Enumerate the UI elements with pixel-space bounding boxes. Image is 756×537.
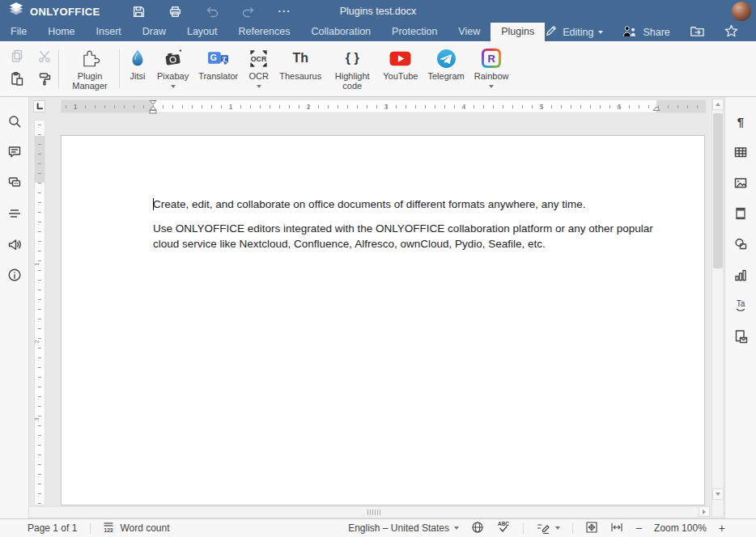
find-search-icon[interactable] xyxy=(6,114,23,129)
main-area: 1123456 123 Create, edit, and collaborat… xyxy=(0,97,756,518)
right-indent-marker[interactable] xyxy=(652,100,660,114)
chevron-down-icon xyxy=(257,85,261,88)
tab-layout[interactable]: Layout xyxy=(176,23,228,41)
spellcheck-icon[interactable]: ABC xyxy=(496,520,511,536)
horizontal-scrollbar-grip[interactable] xyxy=(367,510,381,515)
fit-page-icon[interactable] xyxy=(585,521,598,536)
scroll-up-button[interactable] xyxy=(712,99,724,110)
horizontal-scrollbar[interactable] xyxy=(29,506,710,517)
tab-insert[interactable]: Insert xyxy=(86,23,132,41)
ruler-number: 2 xyxy=(33,340,40,343)
tab-plugins[interactable]: Plugins xyxy=(491,23,545,41)
share-button[interactable]: Share xyxy=(622,24,669,40)
tab-view[interactable]: View xyxy=(448,23,491,41)
plugin-label: Telegram xyxy=(427,72,464,82)
clipboard-group xyxy=(6,41,55,96)
image-settings-icon[interactable] xyxy=(733,175,749,190)
app-logo: ONLYOFFICE xyxy=(8,2,100,21)
save-icon[interactable] xyxy=(131,3,147,19)
paragraph-settings-icon[interactable]: ¶ xyxy=(733,114,749,129)
statusbar-divider xyxy=(572,523,573,534)
horizontal-ruler[interactable]: 1123456 xyxy=(61,99,705,113)
language-selector[interactable]: English – United States xyxy=(348,522,459,534)
ruler-number: 3 xyxy=(33,417,40,421)
tab-collaboration[interactable]: Collaboration xyxy=(300,23,381,41)
plugin-manager-button[interactable]: Plugin Manager xyxy=(64,41,116,96)
track-changes-button[interactable] xyxy=(536,521,560,535)
chart-settings-icon[interactable] xyxy=(733,268,749,282)
tab-file[interactable]: File xyxy=(0,23,37,41)
print-icon[interactable] xyxy=(168,3,184,19)
format-painter-icon[interactable] xyxy=(37,71,52,89)
youtube-button[interactable]: YouTube xyxy=(378,41,423,96)
chat-icon[interactable] xyxy=(6,175,23,190)
plugin-manager-icon xyxy=(79,46,101,70)
feedback-icon[interactable] xyxy=(6,237,23,252)
document-page[interactable]: Create, edit, and collaborate on office … xyxy=(61,135,705,505)
highlight-code-button[interactable]: { } Highlight code xyxy=(326,41,378,96)
copy-icon[interactable] xyxy=(10,49,24,66)
comments-icon[interactable] xyxy=(6,145,23,159)
ruler-number: 1 xyxy=(33,262,40,265)
pixabay-icon xyxy=(162,46,185,70)
jitsi-button[interactable]: Jitsi xyxy=(123,41,152,96)
ocr-glyph: OCR xyxy=(251,54,267,62)
statusbar-divider xyxy=(90,523,91,534)
tab-references[interactable]: References xyxy=(227,23,300,41)
translator-button[interactable]: G Translator xyxy=(193,41,243,96)
page-indicator[interactable]: Page 1 of 1 xyxy=(28,522,77,534)
tab-draw[interactable]: Draw xyxy=(132,23,176,41)
vertical-scrollbar-thumb[interactable] xyxy=(713,113,723,268)
editing-mode-button[interactable]: Editing xyxy=(545,24,603,40)
pixabay-button[interactable]: Pixabay xyxy=(152,41,193,96)
tab-protection[interactable]: Protection xyxy=(381,23,448,41)
open-file-location-icon[interactable] xyxy=(690,24,705,40)
vertical-scrollbar[interactable] xyxy=(711,99,723,516)
telegram-icon xyxy=(436,46,457,70)
text-art-settings-icon[interactable]: Ta xyxy=(733,298,749,313)
plugin-label: Jitsi xyxy=(130,72,146,82)
vertical-ruler[interactable]: 123 xyxy=(34,120,45,505)
favorites-star-icon[interactable] xyxy=(724,24,738,40)
ruler-number: 2 xyxy=(306,103,310,111)
redo-icon[interactable] xyxy=(240,3,257,19)
plugin-label: Highlight code xyxy=(331,72,373,91)
paragraph[interactable]: Create, edit, and collaborate on office … xyxy=(153,197,655,212)
scroll-right-button[interactable] xyxy=(699,506,710,517)
about-info-icon[interactable] xyxy=(6,268,23,282)
right-sidebar: ¶ xyxy=(724,97,756,518)
paragraph[interactable]: Use ONLYOFFICE editors integrated with t… xyxy=(153,221,655,252)
tab-stop-selector[interactable] xyxy=(33,100,45,112)
chevron-down-icon xyxy=(598,31,603,34)
rainbow-button[interactable]: R Rainbow xyxy=(469,41,514,96)
scroll-down-button[interactable] xyxy=(712,488,724,500)
shape-settings-icon[interactable] xyxy=(733,237,749,252)
telegram-button[interactable]: Telegram xyxy=(423,41,469,96)
zoom-in-button[interactable]: + xyxy=(719,522,725,534)
ocr-button[interactable]: OCR OCR xyxy=(243,41,274,96)
word-count-digits: 123 xyxy=(104,527,113,533)
paste-icon[interactable] xyxy=(10,71,24,89)
ruler-number: 3 xyxy=(384,103,388,111)
header-footer-settings-icon[interactable] xyxy=(733,206,749,221)
navigation-headings-icon[interactable] xyxy=(6,206,23,221)
undo-icon[interactable] xyxy=(204,3,220,19)
user-avatar[interactable] xyxy=(732,2,751,21)
document-language-globe-icon[interactable] xyxy=(471,521,484,536)
indent-markers[interactable] xyxy=(149,100,157,114)
thesaurus-button[interactable]: Th Thesaurus xyxy=(274,41,326,96)
menubar-right: Editing Share xyxy=(545,23,756,41)
table-settings-icon[interactable] xyxy=(733,145,749,159)
plugin-label: Pixabay xyxy=(157,72,189,82)
translator-g-glyph: G xyxy=(210,53,217,62)
rainbow-icon: R xyxy=(482,49,501,68)
tab-home[interactable]: Home xyxy=(37,23,85,41)
onlyoffice-logo-icon xyxy=(8,2,24,21)
zoom-out-button[interactable]: − xyxy=(635,522,642,534)
fit-width-icon[interactable] xyxy=(610,521,623,536)
cut-icon[interactable] xyxy=(37,49,52,66)
thesaurus-icon: Th xyxy=(292,51,308,66)
mail-merge-settings-icon[interactable] xyxy=(733,329,749,344)
word-count-button[interactable]: 123 Word count xyxy=(102,521,169,536)
more-actions-icon[interactable]: ··· xyxy=(277,3,293,19)
